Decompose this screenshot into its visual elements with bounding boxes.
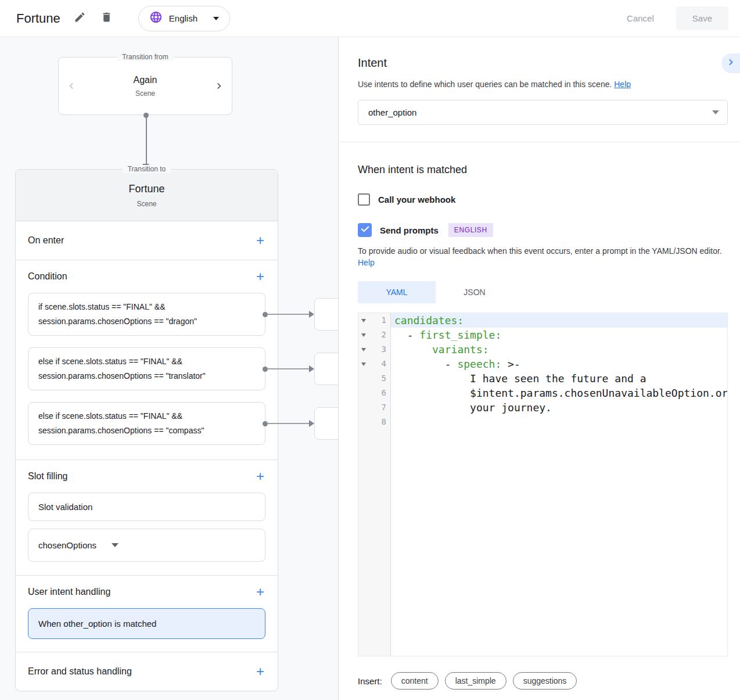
language-selector[interactable]: English (138, 6, 230, 31)
prompt-description: To provide audio or visual feedback when… (358, 245, 724, 268)
code-line: I have seen the future and a (391, 371, 727, 386)
globe-icon (149, 10, 163, 26)
edit-scene-button[interactable] (73, 12, 87, 26)
connector-line (146, 115, 147, 165)
intent-handler-selected[interactable]: When other_option is matched (28, 608, 265, 639)
condition-item-compass[interactable]: else if scene.slots.status == "FINAL" &&… (28, 402, 265, 445)
webhook-row: Call your webhook (358, 193, 728, 206)
chevron-down-icon (712, 110, 719, 114)
panel-title: Intent (358, 37, 728, 70)
prompt-help-link[interactable]: Help (358, 258, 375, 267)
code-line: variants: (391, 342, 727, 357)
to-scene-name: Fortune (128, 183, 164, 195)
add-slot-button[interactable]: + (255, 471, 265, 482)
editor-gutter: 1 2 3 4 5 6 7 8 (358, 313, 391, 656)
condition-target-scene[interactable] (314, 407, 339, 440)
transition-to-legend: Transition to (123, 165, 171, 173)
connector-line (267, 368, 310, 369)
section-slot-filling: Slot filling + Slot validation chosenOpt… (16, 460, 278, 575)
transition-connector (142, 113, 150, 170)
top-bar: Fortune English Cancel Save (0, 0, 740, 37)
condition-item-dragon[interactable]: if scene.slots.status == "FINAL" && sess… (28, 293, 265, 336)
matched-section-title: When intent is matched (358, 164, 728, 176)
code-line: - speech: >- (391, 357, 727, 371)
code-line: candidates: (391, 313, 727, 328)
section-on-enter[interactable]: On enter + (16, 221, 278, 260)
tab-yaml[interactable]: YAML (358, 281, 436, 303)
insert-last-simple-chip[interactable]: last_simple (445, 672, 506, 690)
connector-line (267, 314, 310, 315)
intent-help-link[interactable]: Help (614, 80, 631, 89)
condition-target-scene[interactable] (314, 298, 339, 331)
yaml-editor[interactable]: 1 2 3 4 5 6 7 8 candidates: - first_simp… (358, 313, 728, 656)
language-badge: ENGLISH (448, 223, 493, 237)
condition-item-translator[interactable]: else if scene.slots.status == "FINAL" &&… (28, 347, 265, 390)
intent-select[interactable]: other_option (358, 100, 728, 125)
send-prompts-row: Send prompts ENGLISH (358, 223, 728, 237)
insert-label: Insert: (358, 676, 382, 686)
add-error-handler-button[interactable]: + (255, 666, 265, 677)
code-line: your journey. (391, 400, 727, 415)
collapse-panel-button[interactable] (721, 53, 740, 73)
selected-intent: other_option (368, 107, 416, 117)
connector-line (267, 423, 310, 424)
editor-tabs: YAML JSON (358, 281, 728, 303)
chevron-right-icon (725, 56, 737, 70)
fold-icon[interactable] (361, 348, 366, 351)
fold-icon[interactable] (361, 333, 366, 337)
scene-title: Fortune (16, 11, 60, 26)
add-condition-button[interactable]: + (255, 271, 265, 282)
call-webhook-checkbox[interactable] (358, 193, 370, 206)
language-label: English (169, 13, 197, 23)
condition-target-scene[interactable] (314, 353, 339, 385)
intent-detail-panel: Intent Use intents to define which user … (339, 37, 740, 700)
code-line: $intent.params.chosenUnavailableOption.o… (391, 386, 727, 400)
panel-divider (339, 142, 740, 142)
prev-scene-button[interactable] (64, 79, 78, 93)
checkmark-icon (360, 224, 370, 236)
arrow-right-icon (309, 420, 314, 427)
chevron-down-icon (213, 17, 219, 20)
scene-graph-panel: Transition from Again Scene Transition t… (0, 37, 339, 700)
slot-validation-item[interactable]: Slot validation (28, 493, 265, 521)
code-line: - first_simple: (391, 328, 727, 342)
insert-content-chip[interactable]: content (391, 672, 439, 690)
transition-from-card[interactable]: Transition from Again Scene (58, 57, 232, 115)
send-prompts-label: Send prompts (380, 225, 439, 235)
chevron-down-icon (112, 543, 118, 547)
scene-card-header[interactable]: Fortune Scene (16, 170, 278, 221)
section-error-status[interactable]: Error and status handling + (16, 652, 278, 691)
cancel-button[interactable]: Cancel (616, 8, 664, 29)
next-scene-button[interactable] (212, 79, 226, 93)
save-button[interactable]: Save (676, 6, 728, 30)
transition-to-card: Transition to Fortune Scene On enter + C… (15, 169, 278, 691)
fold-icon[interactable] (361, 362, 366, 366)
editor-content[interactable]: candidates: - first_simple: variants: - … (391, 313, 727, 656)
insert-suggestions-chip[interactable]: suggestions (513, 672, 577, 690)
add-on-enter-button[interactable]: + (255, 235, 265, 246)
section-condition: Condition + if scene.slots.status == "FI… (16, 260, 278, 460)
delete-scene-button[interactable] (100, 12, 114, 26)
pencil-icon (74, 11, 86, 26)
call-webhook-label: Call your webhook (378, 195, 455, 204)
insert-toolbar: Insert: content last_simple suggestions (358, 672, 728, 690)
section-user-intent-handling: User intent handling + When other_option… (16, 576, 278, 639)
intent-description: Use intents to define which user queries… (358, 80, 728, 89)
slot-chosenoptions-item[interactable]: chosenOptions (28, 529, 265, 562)
from-scene-name: Again (134, 75, 157, 85)
code-line (391, 415, 727, 429)
from-scene-type: Scene (134, 89, 157, 98)
trash-icon (100, 11, 113, 26)
arrow-right-icon (309, 365, 314, 372)
add-intent-handler-button[interactable]: + (255, 586, 265, 598)
arrow-right-icon (309, 311, 314, 318)
transition-from-legend: Transition from (117, 53, 174, 61)
to-scene-type: Scene (136, 200, 156, 208)
tab-json[interactable]: JSON (436, 281, 513, 303)
send-prompts-checkbox[interactable] (358, 223, 372, 237)
fold-icon[interactable] (361, 319, 366, 322)
